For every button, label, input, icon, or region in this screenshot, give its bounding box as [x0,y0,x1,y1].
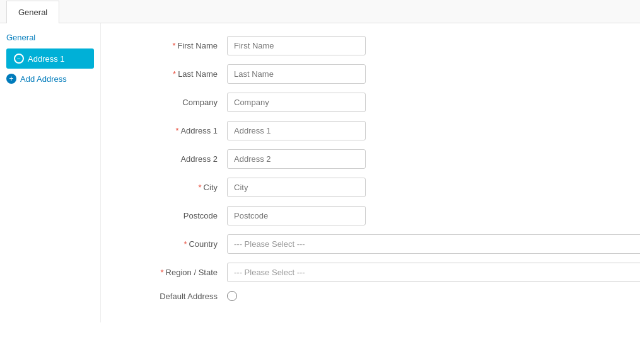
address1-label: *Address 1 [126,126,227,135]
required-star: * [199,183,202,192]
first-name-input[interactable] [227,36,366,55]
sidebar-address-1-label: Address 1 [28,54,65,64]
minus-circle-icon: − [14,54,24,64]
company-row: Company [126,93,640,112]
first-name-row: *First Name [126,36,640,55]
sidebar-address-1-button[interactable]: − Address 1 [6,48,94,69]
region-state-label: *Region / State [126,268,227,277]
address2-input[interactable] [227,149,366,169]
address2-label: Address 2 [126,154,227,164]
city-row: *City [126,178,640,197]
tab-general[interactable]: General [6,1,59,23]
default-address-row: Default Address [126,291,640,301]
required-star: * [183,239,187,249]
sidebar-general-link[interactable]: General [6,33,94,42]
required-star: * [172,41,175,50]
last-name-row: *Last Name [126,64,640,84]
company-input[interactable] [227,93,366,112]
sidebar-add-address-label: Add Address [20,74,67,84]
address2-row: Address 2 [126,149,640,169]
country-select[interactable]: --- Please Select --- [227,234,640,254]
default-address-label: Default Address [126,292,227,301]
address1-row: *Address 1 [126,121,640,140]
postcode-row: Postcode [126,206,640,225]
last-name-label: *Last Name [126,69,227,79]
tab-bar: General [0,0,640,23]
form-area: *First Name *Last Name Company *Address … [101,23,640,322]
country-label: *Country [126,239,227,249]
city-input[interactable] [227,178,366,197]
region-state-select[interactable]: --- Please Select --- [227,263,640,282]
company-label: Company [126,98,227,107]
region-state-row: *Region / State --- Please Select --- [126,263,640,282]
sidebar: General − Address 1 + Add Address [0,23,101,322]
city-label: *City [126,183,227,192]
first-name-label: *First Name [126,41,227,50]
required-star: * [161,268,164,277]
sidebar-add-address-button[interactable]: + Add Address [6,74,94,84]
required-star: * [175,126,178,135]
content-area: General − Address 1 + Add Address *First… [0,23,640,322]
address1-input[interactable] [227,121,366,140]
default-address-radio[interactable] [227,291,237,301]
last-name-input[interactable] [227,64,366,84]
postcode-input[interactable] [227,206,366,225]
required-star: * [173,69,176,79]
plus-circle-icon: + [6,74,16,84]
country-row: *Country --- Please Select --- [126,234,640,254]
postcode-label: Postcode [126,211,227,220]
